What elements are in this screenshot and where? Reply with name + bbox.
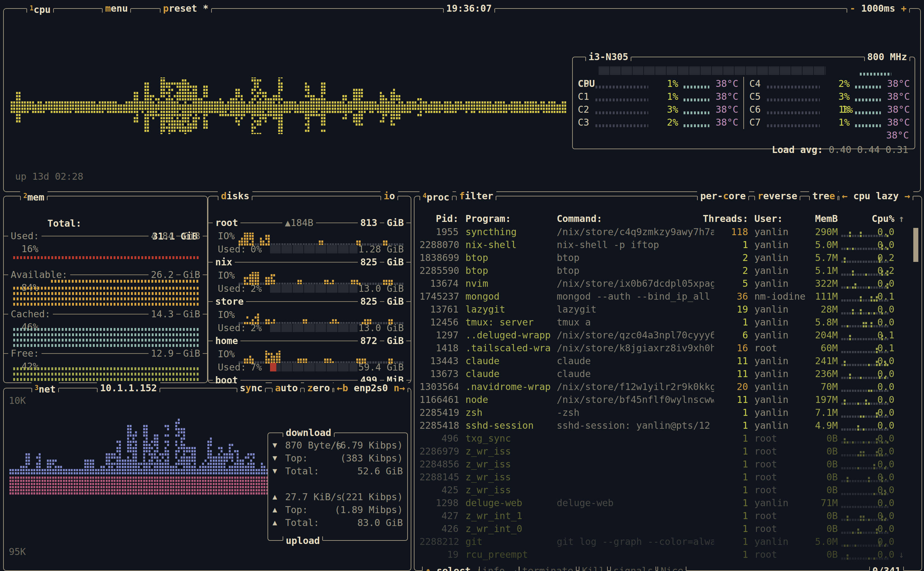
- preset-label: reset *: [169, 3, 208, 14]
- next-interface-button[interactable]: n→: [394, 383, 405, 394]
- process-row[interactable]: 13443claudeclaude11yanlin241M0.0: [414, 355, 921, 367]
- nice-button[interactable]: Nice: [658, 564, 686, 571]
- scrollbar-thumb[interactable]: [913, 228, 918, 262]
- cpu-core-row: C23%38°C: [573, 103, 744, 116]
- sync-button[interactable]: sync: [237, 381, 266, 394]
- process-row[interactable]: 1418.tailscaled-wra/nix/store/k8jgiaxrz8…: [414, 341, 921, 355]
- col-threads[interactable]: Threads:: [703, 212, 748, 225]
- process-row[interactable]: 427z_wr_int_11root0B0.0: [414, 509, 921, 522]
- core-temp-sparkline: [684, 124, 709, 127]
- process-threads: 1: [717, 419, 748, 432]
- process-cpu: 0.0: [868, 419, 895, 432]
- process-row[interactable]: 2288145z_wr_iss1root0B0.0: [414, 471, 921, 483]
- process-row[interactable]: 1166461node/nix/store/bf45nflf0wylnscwwa…: [414, 393, 921, 406]
- interval-minus-button[interactable]: -: [850, 3, 855, 14]
- tab-cpu[interactable]: 1cpu: [26, 2, 54, 16]
- process-row[interactable]: 1745237mongodmongod --auth --bind_ip_all…: [414, 290, 921, 303]
- reverse-button[interactable]: reverse: [755, 190, 800, 202]
- tree-button[interactable]: tree: [809, 190, 838, 202]
- process-row[interactable]: 2286979z_wr_iss1root0B0.0: [414, 445, 921, 458]
- core-usage-sparkline: [767, 86, 820, 88]
- process-command: /nix/store/c4q9zmkzy9awy7h7a1hsr: [557, 225, 714, 238]
- info-button[interactable]: info ↵: [479, 564, 519, 571]
- disk-divider: root▲184B813GiB: [208, 216, 411, 229]
- auto-button[interactable]: auto: [272, 381, 301, 394]
- mem-amber-band-row: [13, 287, 199, 290]
- tab-net[interactable]: 3net: [31, 381, 59, 396]
- preset-button[interactable]: preset *: [160, 2, 212, 15]
- process-cpu: 0.2: [868, 264, 895, 277]
- core-usage-sparkline: [596, 99, 648, 101]
- sort-selector: ← cpu lazy →: [839, 190, 913, 202]
- process-row[interactable]: 496txg_sync1root0B0.0: [414, 432, 921, 445]
- process-row[interactable]: 2285590btopbtop2yanlin5.1M0.2: [414, 264, 921, 277]
- kill-button[interactable]: Kill: [579, 564, 608, 571]
- process-row[interactable]: 2288212gitgit log --graph --color=always…: [414, 535, 921, 548]
- mem-teal-band-row: [13, 328, 199, 331]
- percore-hotkey: c: [723, 190, 728, 201]
- col-pid[interactable]: Pid:: [419, 212, 459, 225]
- zero-button[interactable]: zero: [304, 381, 333, 394]
- core-usage-sparkline: [596, 124, 648, 127]
- mem-teal-band-row: [13, 339, 199, 341]
- filter-button[interactable]: filter: [456, 190, 496, 202]
- signals-button[interactable]: signals: [610, 564, 656, 571]
- core-pct: 1%: [656, 90, 678, 103]
- col-mem[interactable]: MemB: [798, 212, 838, 225]
- process-row[interactable]: 13674nvim/nix/store/ix0b67dcdpl05xpagx5x…: [414, 277, 921, 290]
- sort-next-button[interactable]: →: [904, 190, 910, 201]
- process-row[interactable]: 12456tmux: servertmux a1yanlin5.8M0.0: [414, 316, 921, 329]
- tree-pre: tre: [812, 190, 829, 201]
- process-pid: 13443: [419, 355, 459, 367]
- core-label: C5: [749, 90, 761, 103]
- process-threads: 1: [717, 471, 748, 483]
- process-row[interactable]: 2285418sshd-sessionsshd-session: yanlin@…: [414, 419, 921, 432]
- core-temp: 38°C: [711, 103, 738, 116]
- tab-mem[interactable]: 2mem: [20, 190, 48, 204]
- tab-proc[interactable]: 4proc: [419, 190, 453, 204]
- process-row[interactable]: 2288070nix-shellnix-shell -p iftop1yanli…: [414, 238, 921, 251]
- process-pid: 427: [419, 509, 459, 522]
- process-cpu: 0.0: [868, 496, 895, 509]
- process-mem: 28M: [798, 303, 838, 316]
- process-mem: 197M: [798, 393, 838, 406]
- cpu-core-row: C11%38°C: [573, 90, 744, 103]
- process-row[interactable]: 2285419zsh-zsh1yanlin7.1M0.0: [414, 406, 921, 419]
- process-command: lazygit: [557, 303, 714, 316]
- process-row[interactable]: 426z_wr_int_01root0B0.0: [414, 522, 921, 535]
- process-row[interactable]: 1303564.navidrome-wrap/nix/store/f12w1yi…: [414, 380, 921, 393]
- process-name: z_wr_iss: [465, 458, 554, 471]
- per-core-button[interactable]: per-core: [697, 190, 749, 202]
- process-row[interactable]: 13673claudeclaude11yanlin236M0.0: [414, 367, 921, 380]
- core-temp: 38°C: [711, 90, 738, 103]
- process-row[interactable]: 19rcu_preempt1root0B0.0↓: [414, 548, 921, 561]
- col-program[interactable]: Program:: [465, 212, 554, 225]
- process-row[interactable]: 1955syncthing/nix/store/c4q9zmkzy9awy7h7…: [414, 225, 921, 238]
- process-pid: 496: [419, 432, 459, 445]
- process-row[interactable]: 1297..deluged-wrapp/nix/store/qzc04a3npl…: [414, 329, 921, 341]
- col-cpu[interactable]: Cpu%: [868, 212, 895, 225]
- terminate-button[interactable]: terminate: [519, 564, 576, 571]
- prev-interface-button[interactable]: ←b: [337, 383, 348, 394]
- process-row[interactable]: 1298deluge-webdeluge-web1yanlin71M0.0: [414, 496, 921, 509]
- process-row[interactable]: 425z_wr_iss1root0B0.0: [414, 483, 921, 496]
- process-row[interactable]: 13761lazygitlazygit19yanlin28M0.0: [414, 303, 921, 316]
- core-pct: 2%: [828, 77, 850, 90]
- tab-io[interactable]: io: [380, 190, 398, 202]
- process-threads: 11: [717, 355, 748, 367]
- interval-plus-button[interactable]: +: [901, 3, 907, 14]
- process-name: nix-shell: [465, 238, 554, 251]
- sort-prev-button[interactable]: ←: [842, 190, 847, 201]
- disk-name: boot: [213, 373, 240, 387]
- process-name: .navidrome-wrap: [465, 380, 554, 393]
- process-row[interactable]: 1838699btopbtop2yanlin5.7M0.2: [414, 251, 921, 264]
- disk-name: home: [213, 334, 240, 347]
- select-up-icon[interactable]: ↑: [425, 565, 431, 571]
- tab-disks[interactable]: disks: [218, 190, 253, 202]
- sort-direction-icon[interactable]: ↑: [898, 212, 904, 225]
- disk-used-value: 1.28 GiB: [353, 243, 404, 256]
- process-pid: 1745237: [419, 290, 459, 303]
- menu-button[interactable]: menu: [102, 2, 131, 15]
- reverse-hotkey: r: [758, 190, 763, 201]
- process-row[interactable]: 2284856z_wr_iss1root0B0.0: [414, 458, 921, 471]
